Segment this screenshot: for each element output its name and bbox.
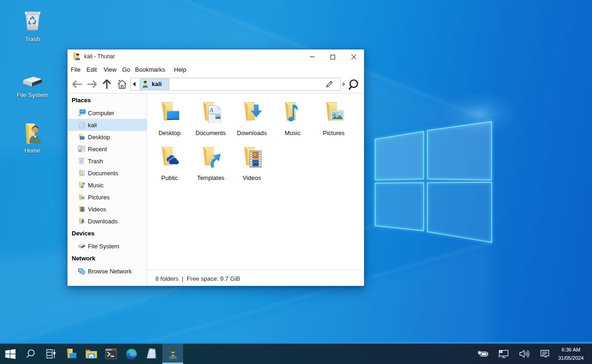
svg-text:A: A xyxy=(209,107,213,114)
